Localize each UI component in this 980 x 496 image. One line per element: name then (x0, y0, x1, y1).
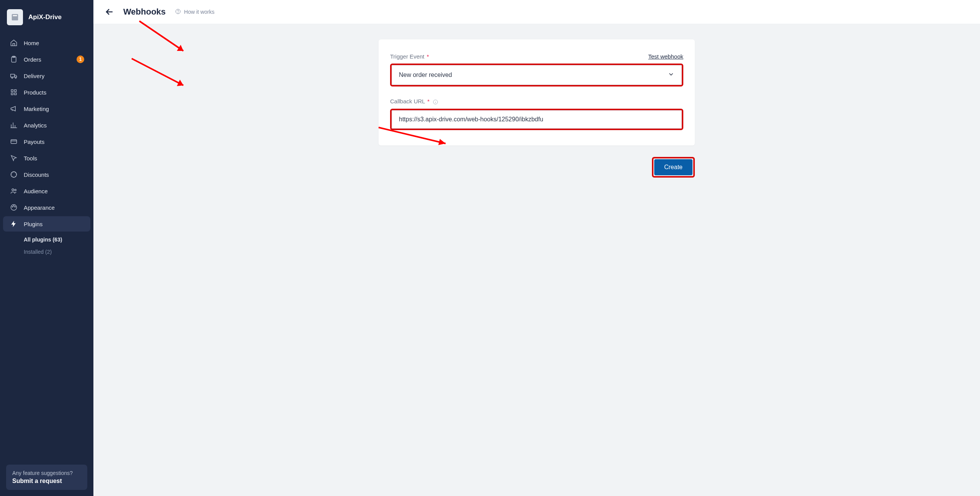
sidebar-item-label: Marketing (24, 106, 49, 112)
sidebar-item-label: Audience (24, 188, 48, 194)
plugins-sublist: All plugins (63) Installed (2) (0, 234, 93, 258)
trigger-event-select[interactable]: New order received (392, 65, 682, 85)
sidebar-item-home[interactable]: Home (0, 35, 93, 51)
sidebar-item-marketing[interactable]: Marketing (0, 101, 93, 116)
brand-name: ApiX-Drive (28, 13, 62, 21)
home-icon (10, 39, 18, 47)
sidebar-item-tools[interactable]: Tools (0, 150, 93, 166)
svg-point-16 (12, 206, 13, 207)
svg-point-20 (178, 12, 178, 13)
topbar: Webhooks How it works (93, 0, 980, 24)
create-button-highlight: Create (652, 157, 695, 178)
page-title: Webhooks (123, 7, 166, 17)
svg-rect-4 (11, 74, 15, 77)
sidebar-item-label: Products (24, 89, 46, 96)
sidebar-item-audience[interactable]: Audience (0, 183, 93, 199)
clipboard-icon (10, 55, 18, 63)
svg-point-5 (11, 77, 13, 78)
callback-url-label: Callback URL * (390, 98, 683, 105)
svg-point-14 (15, 189, 16, 191)
card-icon (10, 138, 18, 145)
sidebar-item-label: Orders (24, 56, 41, 63)
create-button[interactable]: Create (654, 159, 693, 175)
svg-point-18 (15, 206, 15, 207)
help-icon (175, 8, 181, 16)
trigger-event-highlight: New order received (390, 64, 683, 86)
svg-rect-7 (11, 90, 13, 91)
trigger-event-value: New order received (399, 72, 452, 78)
subitem-all-plugins[interactable]: All plugins (63) (24, 234, 93, 245)
sidebar-item-label: Tools (24, 155, 37, 162)
sidebar-item-label: Analytics (24, 122, 47, 129)
sidebar-item-label: Appearance (24, 204, 55, 211)
svg-rect-0 (12, 14, 18, 21)
svg-rect-8 (15, 90, 16, 91)
sidebar-item-plugins[interactable]: Plugins (3, 216, 90, 232)
sidebar-item-analytics[interactable]: Analytics (0, 117, 93, 133)
sidebar-item-label: Home (24, 40, 39, 46)
svg-rect-11 (11, 140, 17, 144)
callback-url-input[interactable] (392, 110, 682, 129)
sidebar-item-label: Delivery (24, 73, 44, 79)
megaphone-icon (10, 105, 18, 113)
nav-list: Home Orders 1 Delivery Products Marketin… (0, 35, 93, 232)
svg-line-21 (139, 21, 183, 51)
svg-point-12 (11, 172, 17, 178)
svg-point-17 (13, 206, 14, 206)
brand-logo (7, 9, 23, 25)
chart-icon (10, 121, 18, 129)
orders-badge: 1 (77, 55, 84, 63)
test-webhook-link[interactable]: Test webhook (648, 53, 683, 60)
main: Webhooks How it works Trigger Event * Te… (93, 0, 980, 496)
webhook-form-card: Trigger Event * Test webhook New order r… (379, 39, 695, 145)
sidebar-item-appearance[interactable]: Appearance (0, 200, 93, 215)
brand-section: ApiX-Drive (0, 6, 93, 35)
action-row: Create (379, 157, 695, 178)
annotation-arrow (139, 21, 193, 61)
how-it-works-label: How it works (184, 9, 214, 15)
svg-point-13 (12, 189, 14, 191)
sidebar-item-orders[interactable]: Orders 1 (0, 52, 93, 67)
bolt-icon (10, 220, 18, 228)
how-it-works-link[interactable]: How it works (175, 8, 214, 16)
svg-rect-1 (13, 15, 17, 16)
trigger-event-label: Trigger Event * (390, 53, 429, 60)
grid-icon (10, 88, 18, 96)
feedback-cta: Submit a request (12, 478, 81, 485)
users-icon (10, 187, 18, 195)
palette-icon (10, 204, 18, 211)
svg-rect-9 (11, 93, 13, 95)
info-icon (433, 99, 438, 105)
svg-line-23 (132, 59, 183, 85)
trigger-label-row: Trigger Event * Test webhook (390, 53, 683, 60)
svg-marker-24 (177, 80, 183, 86)
sidebar-item-label: Plugins (24, 221, 42, 227)
annotation-arrow (132, 59, 193, 98)
callback-url-highlight (390, 109, 683, 130)
sidebar-item-products[interactable]: Products (0, 85, 93, 100)
sidebar-item-label: Payouts (24, 139, 44, 145)
feedback-hint: Any feature suggestions? (12, 470, 81, 476)
feedback-box[interactable]: Any feature suggestions? Submit a reques… (6, 465, 87, 490)
sidebar: ApiX-Drive Home Orders 1 Delivery Produc… (0, 0, 93, 496)
sidebar-item-discounts[interactable]: Discounts (0, 167, 93, 182)
svg-rect-10 (15, 93, 16, 95)
sidebar-item-payouts[interactable]: Payouts (0, 134, 93, 149)
sidebar-item-delivery[interactable]: Delivery (0, 68, 93, 83)
tag-icon (10, 171, 18, 178)
chevron-down-icon (668, 71, 675, 79)
sidebar-item-label: Discounts (24, 171, 49, 178)
content-area: Trigger Event * Test webhook New order r… (93, 24, 980, 145)
back-arrow-icon[interactable] (105, 7, 114, 16)
svg-marker-22 (177, 45, 183, 51)
subitem-installed[interactable]: Installed (2) (24, 246, 93, 258)
truck-icon (10, 72, 18, 80)
cursor-icon (10, 154, 18, 162)
svg-point-6 (15, 77, 16, 78)
